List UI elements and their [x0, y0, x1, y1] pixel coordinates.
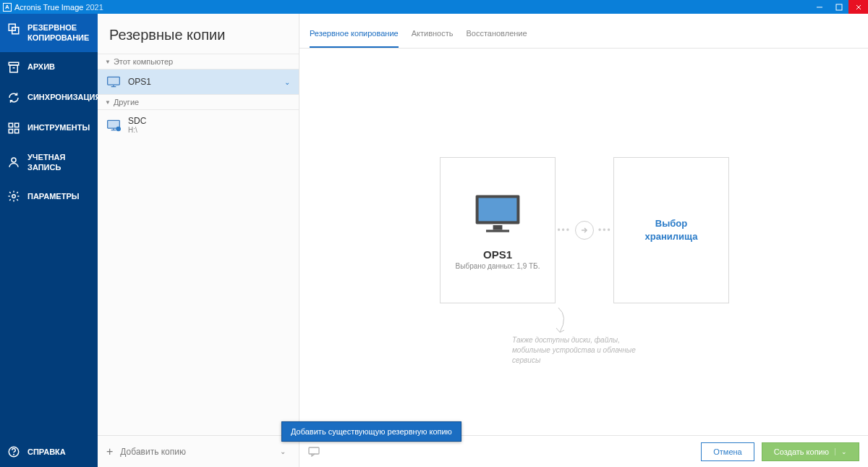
svg-rect-12 — [15, 129, 19, 132]
content-area: Резервное копирование Активность Восстан… — [299, 14, 868, 467]
computer-icon: i — [106, 119, 121, 132]
list-item-label: OPS1 — [128, 77, 151, 87]
close-button[interactable] — [848, 0, 868, 14]
backup-list-panel: Резервные копии ▼ Этот компьютер OPS1 ⌄ … — [98, 14, 299, 467]
hint-arrow-icon — [556, 306, 573, 338]
svg-point-13 — [12, 158, 16, 162]
tab-recovery[interactable]: Восстановление — [466, 22, 527, 48]
svg-rect-7 — [10, 65, 18, 72]
nav-archive[interactable]: АРХИВ — [0, 52, 98, 83]
app-title: Acronis True Image — [14, 3, 83, 12]
nav-sync[interactable]: СИНХРОНИЗАЦИЯ — [0, 83, 98, 113]
plus-icon: + — [106, 445, 113, 458]
group-this-computer[interactable]: ▼ Этот компьютер — [98, 54, 299, 70]
archive-icon — [7, 61, 20, 74]
list-item-label: SDC — [128, 116, 146, 126]
group-other[interactable]: ▼ Другие — [98, 94, 299, 110]
nav-tools[interactable]: ИНСТРУМЕНТЫ — [0, 113, 98, 143]
nav-settings-label: ПАРАМЕТРЫ — [27, 191, 80, 201]
group-this-label: Этот компьютер — [114, 57, 173, 66]
tab-backup[interactable]: Резервное копирование — [310, 22, 399, 48]
account-icon — [7, 156, 20, 169]
disclosure-icon: ▼ — [105, 59, 111, 65]
arrow-circle-icon — [575, 221, 594, 240]
svg-rect-1 — [836, 4, 842, 10]
transfer-indicator: ••• ••• — [556, 221, 613, 240]
list-item-sdc[interactable]: i SDC H:\ — [98, 110, 299, 140]
svg-rect-26 — [479, 198, 517, 221]
app-icon: A — [3, 3, 12, 12]
source-title: OPS1 — [483, 248, 512, 261]
nav-rail: РЕЗЕРВНОЕ КОПИРОВАНИЕ АРХИВ СИНХРОНИЗАЦИ… — [0, 14, 98, 467]
nav-account-label: УЧЕТНАЯ ЗАПИСЬ — [27, 152, 90, 173]
chevron-down-icon[interactable]: ⌄ — [284, 78, 290, 86]
computer-icon — [106, 75, 121, 88]
nav-settings[interactable]: ПАРАМЕТРЫ — [0, 181, 98, 211]
cancel-button[interactable]: Отмена — [701, 442, 754, 461]
svg-point-14 — [12, 195, 16, 198]
svg-rect-11 — [9, 129, 12, 132]
minimize-button[interactable] — [809, 0, 829, 14]
nav-help[interactable]: СПРАВКА — [0, 437, 98, 467]
list-footer: + Добавить копию ⌄ — [98, 435, 299, 467]
app-year: 2021 — [85, 3, 103, 12]
backup-icon — [7, 22, 20, 35]
svg-point-16 — [14, 454, 14, 455]
svg-rect-17 — [108, 77, 120, 85]
nav-account[interactable]: УЧЕТНАЯ ЗАПИСЬ — [0, 143, 98, 182]
tabs: Резервное копирование Активность Восстан… — [299, 14, 868, 49]
nav-backup-label: РЕЗЕРВНОЕ КОПИРОВАНИЕ — [27, 22, 90, 43]
maximize-button[interactable] — [829, 0, 848, 14]
svg-text:i: i — [118, 127, 119, 131]
nav-backup[interactable]: РЕЗЕРВНОЕ КОПИРОВАНИЕ — [0, 14, 98, 52]
create-backup-label: Создать копию — [774, 447, 829, 456]
svg-rect-10 — [15, 123, 19, 127]
destination-card[interactable]: Выбор хранилища — [613, 157, 729, 303]
source-card[interactable]: OPS1 Выбрано данных: 1,9 ТБ. — [440, 157, 556, 303]
hint-text: Также доступны диски, файлы, мобильные у… — [512, 335, 642, 366]
svg-rect-9 — [9, 123, 12, 127]
dropdown-icon[interactable]: ⌄ — [835, 448, 847, 455]
nav-help-label: СПРАВКА — [27, 447, 66, 457]
titlebar: A Acronis True Image 2021 — [0, 0, 868, 14]
list-header: Резервные копии — [98, 14, 299, 54]
dest-line2: хранилища — [645, 230, 698, 243]
comment-icon[interactable] — [308, 447, 320, 457]
footer-dropdown[interactable]: ⌄ — [276, 447, 290, 455]
disclosure-icon: ▼ — [105, 99, 111, 106]
workarea: OPS1 Выбрано данных: 1,9 ТБ. ••• ••• Выб… — [299, 49, 868, 435]
nav-archive-label: АРХИВ — [27, 62, 55, 72]
sync-icon — [7, 91, 20, 104]
settings-icon — [7, 190, 20, 203]
monitor-icon — [469, 190, 527, 237]
nav-sync-label: СИНХРОНИЗАЦИЯ — [27, 92, 101, 102]
dots-left: ••• — [557, 225, 571, 235]
svg-rect-27 — [493, 225, 503, 230]
help-icon — [7, 445, 20, 458]
nav-tools-label: ИНСТРУМЕНТЫ — [27, 122, 90, 132]
create-backup-button[interactable]: Создать копию ⌄ — [762, 442, 859, 461]
dest-line1: Выбор — [655, 217, 687, 230]
add-backup-button[interactable]: Добавить копию — [120, 447, 186, 457]
group-other-label: Другие — [114, 98, 139, 106]
list-item-ops1[interactable]: OPS1 ⌄ — [98, 70, 299, 94]
svg-rect-30 — [309, 447, 319, 454]
tab-activity[interactable]: Активность — [412, 22, 454, 48]
svg-rect-28 — [486, 230, 509, 232]
tools-icon — [7, 122, 20, 135]
list-item-sublabel: H:\ — [128, 126, 146, 134]
source-subtitle: Выбрано данных: 1,9 ТБ. — [456, 262, 540, 270]
dots-right: ••• — [598, 225, 612, 235]
